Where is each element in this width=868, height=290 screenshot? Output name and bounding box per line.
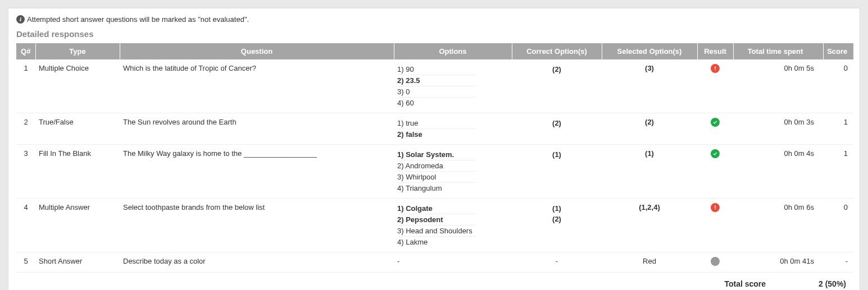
- cell-selected: (1): [602, 145, 697, 199]
- cell-score: -: [823, 252, 853, 273]
- cell-selected: (3): [602, 59, 697, 113]
- option-line: 1) Solar System.: [397, 149, 476, 160]
- cell-score: 0: [823, 199, 853, 252]
- cell-options: 1) Solar System.2) Andromeda3) Whirlpool…: [394, 145, 512, 199]
- option-line: 2) 23.5: [397, 75, 476, 86]
- result-incorrect-icon: [711, 64, 720, 73]
- option-line: 2) false: [397, 129, 476, 140]
- info-icon: i: [16, 15, 25, 24]
- total-label: Total score: [724, 279, 766, 288]
- option-line: 3) Head and Shoulders: [397, 225, 476, 237]
- correct-value: (1): [515, 203, 598, 214]
- header-correct: Correct Option(s): [512, 43, 602, 59]
- cell-result: [697, 199, 733, 252]
- cell-time: 0h 0m 3s: [733, 113, 823, 145]
- cell-qnum: 5: [16, 252, 35, 273]
- option-line: 3) Whirlpool: [397, 172, 476, 183]
- table-row: 2True/FalseThe Sun revolves around the E…: [16, 113, 853, 145]
- table-row: 3Fill In The BlankThe Milky Way galaxy i…: [16, 145, 853, 199]
- notice-line: i Attempted short answer questions will …: [16, 15, 852, 24]
- correct-value: (2): [515, 118, 598, 128]
- cell-options: 1) true2) false: [394, 113, 512, 145]
- option-line: 4) Triangulum: [397, 183, 476, 194]
- table-row: 5Short AnswerDescribe today as a color--…: [16, 252, 853, 273]
- cell-question: The Sun revolves around the Earth: [120, 113, 394, 145]
- cell-qnum: 3: [16, 145, 35, 199]
- cell-type: Short Answer: [35, 252, 120, 273]
- result-incorrect-icon: [711, 203, 720, 212]
- header-result: Result: [697, 43, 733, 59]
- notice-text: Attempted short answer questions will be…: [27, 15, 249, 24]
- cell-question: Which is the latitude of Tropic of Cance…: [120, 59, 394, 113]
- cell-selected: (1,2,4): [602, 199, 697, 252]
- table-row: 1Multiple ChoiceWhich is the latitude of…: [16, 59, 853, 113]
- option-line: 1) 90: [397, 64, 476, 75]
- cell-score: 1: [823, 113, 853, 145]
- table-header: Q# Type Question Options Correct Option(…: [16, 43, 853, 59]
- cell-question: The Milky Way galaxy is home to the ____…: [120, 145, 394, 199]
- section-title: Detailed responses: [16, 29, 852, 39]
- cell-options: 1) Colgate2) Pepsodent3) Head and Should…: [394, 199, 512, 252]
- cell-time: 0h 0m 41s: [733, 252, 823, 273]
- cell-result: [697, 113, 733, 145]
- cell-selected: (2): [602, 113, 697, 145]
- cell-type: Multiple Answer: [35, 199, 120, 252]
- cell-correct: (2): [512, 113, 602, 145]
- option-line: 4) 60: [397, 98, 476, 108]
- table-row: 4Multiple AnswerSelect toothpaste brands…: [16, 199, 853, 252]
- result-neutral-icon: [711, 257, 720, 266]
- option-line: 1) true: [397, 118, 476, 129]
- total-value: 2 (50%): [819, 279, 846, 288]
- table-body: 1Multiple ChoiceWhich is the latitude of…: [16, 59, 853, 273]
- correct-value: (1): [515, 149, 598, 160]
- option-line: 1) Colgate: [397, 203, 476, 214]
- header-question: Question: [120, 43, 394, 59]
- responses-table: Q# Type Question Options Correct Option(…: [16, 43, 853, 273]
- cell-qnum: 4: [16, 199, 35, 252]
- cell-score: 1: [823, 145, 853, 199]
- cell-type: Multiple Choice: [35, 59, 120, 113]
- cell-correct: -: [512, 252, 602, 273]
- cell-question: Describe today as a color: [120, 252, 394, 273]
- header-score: Score: [823, 43, 853, 59]
- option-line: 4) Lakme: [397, 237, 476, 247]
- cell-time: 0h 0m 6s: [733, 199, 823, 252]
- cell-result: [697, 145, 733, 199]
- cell-options: 1) 902) 23.53) 04) 60: [394, 59, 512, 113]
- responses-panel: i Attempted short answer questions will …: [8, 8, 860, 290]
- cell-correct: (2): [512, 59, 602, 113]
- total-row: Total score 2 (50%): [16, 273, 852, 289]
- correct-value: (2): [515, 64, 598, 75]
- cell-type: True/False: [35, 113, 120, 145]
- cell-correct: (1): [512, 145, 602, 199]
- cell-score: 0: [823, 59, 853, 113]
- cell-time: 0h 0m 4s: [733, 145, 823, 199]
- cell-type: Fill In The Blank: [35, 145, 120, 199]
- header-selected: Selected Option(s): [602, 43, 697, 59]
- cell-question: Select toothpaste brands from the below …: [120, 199, 394, 252]
- cell-time: 0h 0m 5s: [733, 59, 823, 113]
- cell-selected: Red: [602, 252, 697, 273]
- header-time: Total time spent: [733, 43, 823, 59]
- header-qnum: Q#: [16, 43, 35, 59]
- cell-qnum: 1: [16, 59, 35, 113]
- cell-result: [697, 59, 733, 113]
- result-correct-icon: [711, 149, 720, 158]
- header-options: Options: [394, 43, 512, 59]
- cell-result: [697, 252, 733, 273]
- cell-correct: (1)(2): [512, 199, 602, 252]
- header-type: Type: [35, 43, 120, 59]
- cell-qnum: 2: [16, 113, 35, 145]
- option-line: 3) 0: [397, 86, 476, 98]
- correct-value: (2): [515, 214, 598, 224]
- option-line: 2) Pepsodent: [397, 214, 476, 225]
- result-correct-icon: [711, 118, 720, 127]
- option-line: 2) Andromeda: [397, 160, 476, 172]
- cell-options: -: [394, 252, 512, 273]
